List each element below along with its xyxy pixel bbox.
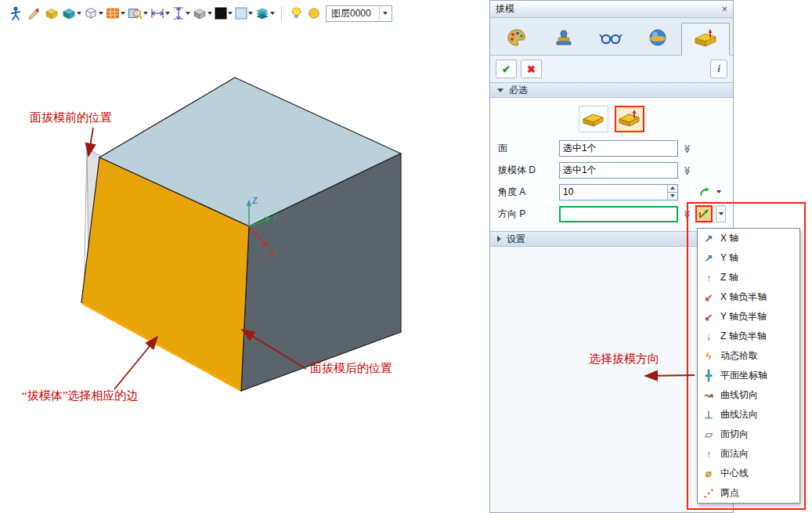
palette-icon <box>506 27 528 50</box>
layer-combo[interactable]: 图层0000 <box>326 5 392 22</box>
layer-color-circle-icon[interactable] <box>306 4 322 23</box>
menu-item-curve-normal[interactable]: ⊥曲线法向 <box>698 405 799 424</box>
menu-item-curve-tangent[interactable]: ↝曲线切向 <box>698 385 799 405</box>
info-button[interactable]: i <box>710 60 727 78</box>
expand-chevron-icon[interactable]: ≫ <box>682 208 692 219</box>
section-settings-label: 设置 <box>507 233 525 246</box>
dimension-vertical-icon[interactable] <box>172 4 190 23</box>
zoom-region-icon[interactable] <box>128 4 148 23</box>
menu-item-z-neg-axis[interactable]: ↓Z 轴负半轴 <box>698 327 799 346</box>
angle-direction-icon[interactable] <box>695 183 713 201</box>
dropdown-caret-icon[interactable] <box>208 12 212 15</box>
direction-picker-icon[interactable] <box>695 205 713 222</box>
lightbulb-icon[interactable] <box>288 4 304 23</box>
panel-close-icon[interactable]: × <box>721 4 727 14</box>
x-axis-icon: ↗ <box>702 233 715 244</box>
menu-item-label: 动态拾取 <box>720 349 758 363</box>
menu-item-label: X 轴 <box>720 232 738 245</box>
spin-up-button[interactable] <box>668 185 677 193</box>
menu-item-z-axis[interactable]: ↑Z 轴 <box>698 268 799 287</box>
dropdown-caret-icon <box>719 212 724 215</box>
mannequin-icon[interactable] <box>8 4 23 23</box>
dropdown-caret-icon[interactable] <box>143 12 148 15</box>
ok-button[interactable]: ✔ <box>496 60 517 78</box>
layers-stack-icon[interactable] <box>255 4 275 23</box>
face-field[interactable]: 选中1个 <box>559 140 678 157</box>
dropdown-caret-icon[interactable] <box>165 12 170 15</box>
dropdown-caret-icon[interactable] <box>270 12 275 15</box>
toolbar-separator <box>281 5 282 21</box>
dropdown-caret-icon[interactable] <box>716 190 721 193</box>
tab-stamp[interactable] <box>540 22 587 55</box>
angle-row: 角度 A 10 <box>495 181 728 203</box>
dropdown-caret-icon[interactable] <box>186 12 190 15</box>
dropdown-caret-icon[interactable] <box>99 12 103 15</box>
draft-body-field[interactable]: 选中1个 <box>559 162 678 179</box>
collapse-right-icon <box>497 236 501 242</box>
tab-draft[interactable] <box>681 23 730 56</box>
draft-type-row <box>495 103 728 135</box>
stamp-icon <box>554 27 574 50</box>
y-axis-icon: ↗ <box>702 252 715 264</box>
face-label: 面 <box>495 142 556 155</box>
menu-item-centerline[interactable]: ⌀中心线 <box>698 464 799 483</box>
direction-menu: ↗X 轴 ↗Y 轴 ↑Z 轴 ↙X 轴负半轴 ↙Y 轴负半轴 ↓Z 轴负半轴 ϟ… <box>697 228 800 504</box>
menu-item-y-neg-axis[interactable]: ↙Y 轴负半轴 <box>698 307 799 327</box>
dropdown-caret-icon[interactable] <box>121 12 125 15</box>
expand-chevron-icon[interactable]: ≫ <box>682 143 692 154</box>
viewport-3d[interactable]: Z Y X <box>0 0 489 513</box>
pattern-grid-icon[interactable] <box>106 4 125 23</box>
direction-row: 方向 P ≫ <box>495 203 728 225</box>
dimension-horizontal-icon[interactable] <box>150 4 170 23</box>
menu-item-label: Y 轴负半轴 <box>720 310 767 323</box>
curve-tangent-icon: ↝ <box>702 389 715 401</box>
spin-down-icon <box>670 194 675 197</box>
menu-item-y-axis[interactable]: ↗Y 轴 <box>698 248 799 268</box>
annotation-before-position: 面拔模前的位置 <box>30 110 112 125</box>
teal-box-icon[interactable] <box>62 4 81 23</box>
menu-item-plane-axis[interactable]: ╋平面坐标轴 <box>698 366 799 385</box>
annotation-edge-select: “拔模体”选择相应的边 <box>22 388 138 403</box>
main-toolbar: 图层0000 <box>0 0 489 27</box>
menu-item-label: 曲线法向 <box>720 408 758 421</box>
sketch-pen-icon[interactable] <box>26 4 42 23</box>
tab-appearance[interactable] <box>493 22 540 55</box>
dropdown-caret-icon[interactable] <box>77 12 81 15</box>
draft-type-face-button[interactable] <box>579 106 608 132</box>
tab-sphere[interactable] <box>634 22 681 55</box>
solid-box-icon[interactable] <box>44 4 60 23</box>
dropdown-caret-icon[interactable] <box>248 12 253 15</box>
menu-item-face-tangent[interactable]: ▱面切向 <box>698 424 799 444</box>
two-points-icon: ⋰ <box>702 487 715 499</box>
angle-spinner <box>667 185 677 200</box>
gray-box-icon[interactable] <box>193 4 212 23</box>
tab-view[interactable] <box>587 22 634 55</box>
spin-down-button[interactable] <box>668 193 677 200</box>
menu-item-dynamic-pick[interactable]: ϟ动态拾取 <box>698 346 799 366</box>
draft-body-row: 拔模体 D 选中1个 ≫ <box>495 159 728 181</box>
blue-color-swatch-icon[interactable] <box>235 4 253 23</box>
direction-field[interactable] <box>559 206 678 222</box>
menu-item-two-points[interactable]: ⋰两点 <box>698 483 799 503</box>
x-neg-axis-icon: ↙ <box>702 291 715 303</box>
wireframe-cube-icon[interactable] <box>84 4 103 23</box>
panel-titlebar[interactable]: 拔模 × <box>490 1 733 18</box>
expand-chevron-icon[interactable]: ≫ <box>682 164 692 175</box>
menu-item-label: Z 轴负半轴 <box>720 330 767 343</box>
cancel-button[interactable]: ✖ <box>521 60 542 78</box>
menu-item-x-neg-axis[interactable]: ↙X 轴负半轴 <box>698 287 799 307</box>
angle-field[interactable]: 10 <box>559 184 678 201</box>
spin-up-icon <box>670 186 675 190</box>
menu-item-face-normal[interactable]: ↑面法向 <box>698 444 799 464</box>
draft-type-edge-button[interactable] <box>615 106 644 132</box>
dropdown-caret-icon[interactable] <box>228 12 233 15</box>
section-required-header[interactable]: 必选 <box>490 82 733 98</box>
x-axis-label: X <box>269 248 276 258</box>
direction-dropdown-button[interactable] <box>716 205 726 222</box>
black-color-swatch-icon[interactable] <box>215 4 233 23</box>
layer-combo-caret[interactable] <box>379 7 390 20</box>
menu-item-x-axis[interactable]: ↗X 轴 <box>698 229 799 248</box>
sphere-icon <box>648 27 668 50</box>
panel-title: 拔模 <box>496 2 721 16</box>
angle-label: 角度 A <box>495 186 556 199</box>
